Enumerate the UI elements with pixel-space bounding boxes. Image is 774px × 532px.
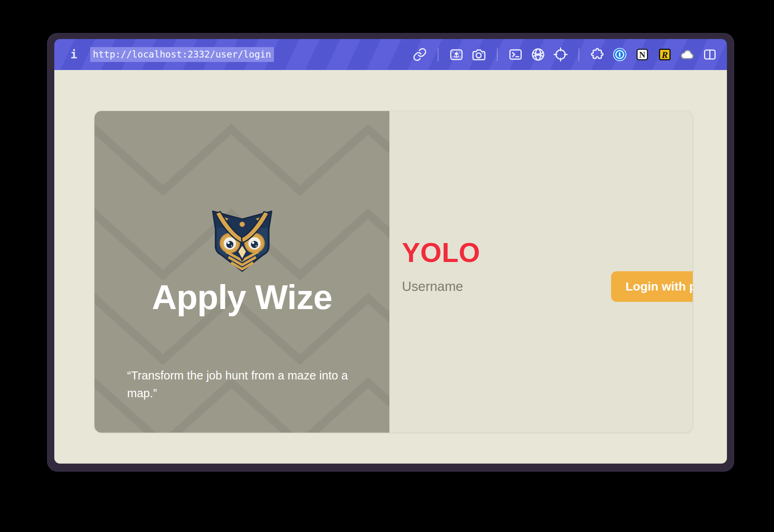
browser-window-inner: i http://localhost:2332/user/login: [54, 39, 727, 464]
svg-text:N: N: [639, 50, 645, 60]
image-flower-icon[interactable]: [449, 47, 464, 62]
brand-title: Apply Wize: [152, 277, 332, 317]
toolbar-separator: [438, 48, 438, 61]
brand-pane: Apply Wize “Transform the job hunt from …: [95, 111, 389, 433]
terminal-icon[interactable]: [508, 47, 523, 62]
browser-window: i http://localhost:2332/user/login: [47, 33, 734, 472]
login-heading: YOLO: [402, 237, 693, 268]
toolbar-separator: [497, 48, 498, 61]
brand-logo-group: Apply Wize: [152, 204, 332, 317]
info-icon[interactable]: i: [70, 48, 77, 61]
owl-logo-icon: [208, 204, 276, 273]
login-card: Apply Wize “Transform the job hunt from …: [94, 111, 693, 433]
crosshair-icon[interactable]: [553, 47, 568, 62]
toolbar-separator: [578, 48, 579, 61]
login-with-passkey-button[interactable]: Login with passkey: [611, 271, 693, 302]
login-pane: YOLO Login with passkey: [389, 111, 693, 433]
notion-icon[interactable]: N: [635, 47, 650, 62]
r-extension-icon[interactable]: R: [657, 47, 672, 62]
camera-icon[interactable]: [471, 47, 486, 62]
address-bar: i http://localhost:2332/user/login: [54, 39, 727, 70]
svg-text:R: R: [661, 49, 668, 60]
brand-tagline: “Transform the job hunt from a maze into…: [127, 367, 367, 402]
page-background: Apply Wize “Transform the job hunt from …: [54, 70, 727, 464]
globe-icon[interactable]: [531, 47, 546, 62]
split-view-icon[interactable]: [702, 47, 717, 62]
browser-toolbar: N R: [412, 47, 717, 62]
cloud-icon[interactable]: [680, 47, 695, 62]
url-input[interactable]: http://localhost:2332/user/login: [90, 47, 274, 62]
1password-icon[interactable]: [612, 47, 627, 62]
login-row: Login with passkey: [402, 271, 693, 302]
link-icon[interactable]: [412, 47, 427, 62]
puzzle-extensions-icon[interactable]: [590, 47, 605, 62]
username-input[interactable]: [402, 279, 611, 294]
